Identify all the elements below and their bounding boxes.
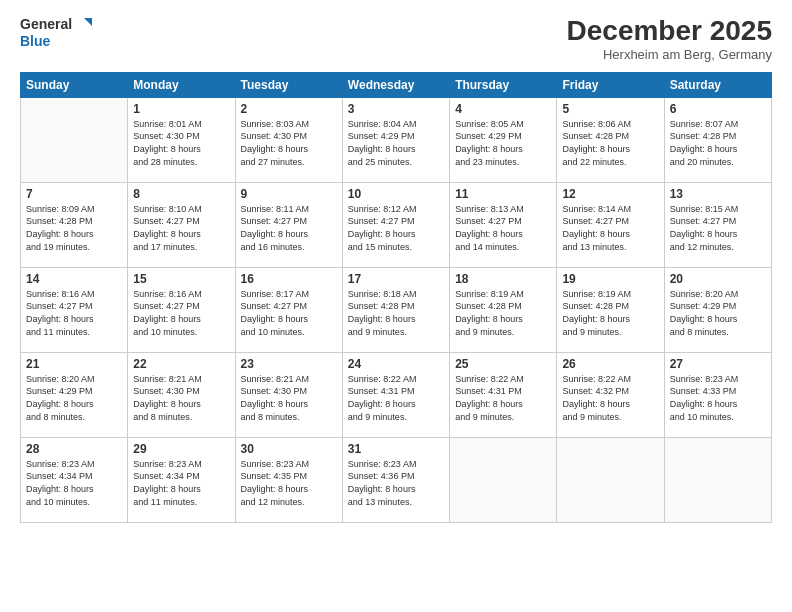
day-number: 3 <box>348 102 444 116</box>
calendar-cell-w2-d0: 14Sunrise: 8:16 AMSunset: 4:27 PMDayligh… <box>21 267 128 352</box>
calendar-cell-w2-d1: 15Sunrise: 8:16 AMSunset: 4:27 PMDayligh… <box>128 267 235 352</box>
logo-general: General <box>20 17 72 32</box>
day-info: Sunrise: 8:23 AMSunset: 4:36 PMDaylight:… <box>348 458 444 508</box>
day-number: 6 <box>670 102 766 116</box>
day-number: 24 <box>348 357 444 371</box>
day-info: Sunrise: 8:03 AMSunset: 4:30 PMDaylight:… <box>241 118 337 168</box>
day-info: Sunrise: 8:01 AMSunset: 4:30 PMDaylight:… <box>133 118 229 168</box>
day-number: 2 <box>241 102 337 116</box>
calendar-cell-w2-d2: 16Sunrise: 8:17 AMSunset: 4:27 PMDayligh… <box>235 267 342 352</box>
day-info: Sunrise: 8:21 AMSunset: 4:30 PMDaylight:… <box>241 373 337 423</box>
week-row-0: 1Sunrise: 8:01 AMSunset: 4:30 PMDaylight… <box>21 97 772 182</box>
day-info: Sunrise: 8:16 AMSunset: 4:27 PMDaylight:… <box>26 288 122 338</box>
day-info: Sunrise: 8:23 AMSunset: 4:34 PMDaylight:… <box>133 458 229 508</box>
day-info: Sunrise: 8:21 AMSunset: 4:30 PMDaylight:… <box>133 373 229 423</box>
calendar-cell-w0-d0 <box>21 97 128 182</box>
day-info: Sunrise: 8:13 AMSunset: 4:27 PMDaylight:… <box>455 203 551 253</box>
calendar-cell-w1-d0: 7Sunrise: 8:09 AMSunset: 4:28 PMDaylight… <box>21 182 128 267</box>
day-info: Sunrise: 8:23 AMSunset: 4:34 PMDaylight:… <box>26 458 122 508</box>
calendar-cell-w1-d2: 9Sunrise: 8:11 AMSunset: 4:27 PMDaylight… <box>235 182 342 267</box>
day-info: Sunrise: 8:22 AMSunset: 4:31 PMDaylight:… <box>348 373 444 423</box>
day-number: 4 <box>455 102 551 116</box>
calendar-cell-w3-d4: 25Sunrise: 8:22 AMSunset: 4:31 PMDayligh… <box>450 352 557 437</box>
week-row-1: 7Sunrise: 8:09 AMSunset: 4:28 PMDaylight… <box>21 182 772 267</box>
day-info: Sunrise: 8:19 AMSunset: 4:28 PMDaylight:… <box>455 288 551 338</box>
calendar-cell-w3-d0: 21Sunrise: 8:20 AMSunset: 4:29 PMDayligh… <box>21 352 128 437</box>
calendar-cell-w0-d6: 6Sunrise: 8:07 AMSunset: 4:28 PMDaylight… <box>664 97 771 182</box>
page: General Blue December 2025 Herxheim am B… <box>0 0 792 612</box>
day-info: Sunrise: 8:07 AMSunset: 4:28 PMDaylight:… <box>670 118 766 168</box>
day-number: 5 <box>562 102 658 116</box>
day-number: 10 <box>348 187 444 201</box>
weekday-header-monday: Monday <box>128 72 235 97</box>
day-number: 27 <box>670 357 766 371</box>
day-info: Sunrise: 8:11 AMSunset: 4:27 PMDaylight:… <box>241 203 337 253</box>
calendar-cell-w0-d2: 2Sunrise: 8:03 AMSunset: 4:30 PMDaylight… <box>235 97 342 182</box>
weekday-header-friday: Friday <box>557 72 664 97</box>
day-info: Sunrise: 8:23 AMSunset: 4:35 PMDaylight:… <box>241 458 337 508</box>
day-number: 14 <box>26 272 122 286</box>
calendar-cell-w1-d3: 10Sunrise: 8:12 AMSunset: 4:27 PMDayligh… <box>342 182 449 267</box>
day-number: 29 <box>133 442 229 456</box>
day-info: Sunrise: 8:17 AMSunset: 4:27 PMDaylight:… <box>241 288 337 338</box>
day-number: 15 <box>133 272 229 286</box>
day-info: Sunrise: 8:15 AMSunset: 4:27 PMDaylight:… <box>670 203 766 253</box>
week-row-3: 21Sunrise: 8:20 AMSunset: 4:29 PMDayligh… <box>21 352 772 437</box>
logo-bird-icon <box>74 16 92 34</box>
calendar-cell-w1-d4: 11Sunrise: 8:13 AMSunset: 4:27 PMDayligh… <box>450 182 557 267</box>
calendar-cell-w3-d6: 27Sunrise: 8:23 AMSunset: 4:33 PMDayligh… <box>664 352 771 437</box>
day-info: Sunrise: 8:16 AMSunset: 4:27 PMDaylight:… <box>133 288 229 338</box>
day-info: Sunrise: 8:06 AMSunset: 4:28 PMDaylight:… <box>562 118 658 168</box>
week-row-2: 14Sunrise: 8:16 AMSunset: 4:27 PMDayligh… <box>21 267 772 352</box>
day-info: Sunrise: 8:20 AMSunset: 4:29 PMDaylight:… <box>26 373 122 423</box>
day-number: 8 <box>133 187 229 201</box>
day-info: Sunrise: 8:22 AMSunset: 4:31 PMDaylight:… <box>455 373 551 423</box>
day-number: 7 <box>26 187 122 201</box>
weekday-header-tuesday: Tuesday <box>235 72 342 97</box>
calendar-cell-w2-d4: 18Sunrise: 8:19 AMSunset: 4:28 PMDayligh… <box>450 267 557 352</box>
logo: General Blue <box>20 16 92 49</box>
calendar-cell-w0-d5: 5Sunrise: 8:06 AMSunset: 4:28 PMDaylight… <box>557 97 664 182</box>
calendar-cell-w3-d3: 24Sunrise: 8:22 AMSunset: 4:31 PMDayligh… <box>342 352 449 437</box>
day-info: Sunrise: 8:12 AMSunset: 4:27 PMDaylight:… <box>348 203 444 253</box>
calendar-cell-w0-d1: 1Sunrise: 8:01 AMSunset: 4:30 PMDaylight… <box>128 97 235 182</box>
calendar-cell-w4-d2: 30Sunrise: 8:23 AMSunset: 4:35 PMDayligh… <box>235 437 342 522</box>
svg-marker-0 <box>84 18 92 26</box>
logo-blue: Blue <box>20 34 92 49</box>
calendar-cell-w1-d1: 8Sunrise: 8:10 AMSunset: 4:27 PMDaylight… <box>128 182 235 267</box>
calendar-cell-w2-d3: 17Sunrise: 8:18 AMSunset: 4:28 PMDayligh… <box>342 267 449 352</box>
calendar-cell-w3-d1: 22Sunrise: 8:21 AMSunset: 4:30 PMDayligh… <box>128 352 235 437</box>
day-info: Sunrise: 8:04 AMSunset: 4:29 PMDaylight:… <box>348 118 444 168</box>
day-number: 30 <box>241 442 337 456</box>
calendar-cell-w0-d4: 4Sunrise: 8:05 AMSunset: 4:29 PMDaylight… <box>450 97 557 182</box>
day-number: 22 <box>133 357 229 371</box>
header: General Blue December 2025 Herxheim am B… <box>20 16 772 62</box>
day-info: Sunrise: 8:14 AMSunset: 4:27 PMDaylight:… <box>562 203 658 253</box>
calendar-cell-w4-d4 <box>450 437 557 522</box>
calendar-cell-w4-d3: 31Sunrise: 8:23 AMSunset: 4:36 PMDayligh… <box>342 437 449 522</box>
day-info: Sunrise: 8:19 AMSunset: 4:28 PMDaylight:… <box>562 288 658 338</box>
day-info: Sunrise: 8:10 AMSunset: 4:27 PMDaylight:… <box>133 203 229 253</box>
weekday-header-saturday: Saturday <box>664 72 771 97</box>
calendar-cell-w4-d6 <box>664 437 771 522</box>
day-number: 26 <box>562 357 658 371</box>
calendar-cell-w1-d6: 13Sunrise: 8:15 AMSunset: 4:27 PMDayligh… <box>664 182 771 267</box>
day-info: Sunrise: 8:09 AMSunset: 4:28 PMDaylight:… <box>26 203 122 253</box>
calendar-cell-w4-d5 <box>557 437 664 522</box>
calendar-cell-w0-d3: 3Sunrise: 8:04 AMSunset: 4:29 PMDaylight… <box>342 97 449 182</box>
calendar-cell-w2-d5: 19Sunrise: 8:19 AMSunset: 4:28 PMDayligh… <box>557 267 664 352</box>
weekday-header-sunday: Sunday <box>21 72 128 97</box>
day-number: 20 <box>670 272 766 286</box>
calendar-cell-w1-d5: 12Sunrise: 8:14 AMSunset: 4:27 PMDayligh… <box>557 182 664 267</box>
month-title: December 2025 <box>567 16 772 47</box>
weekday-header-row: SundayMondayTuesdayWednesdayThursdayFrid… <box>21 72 772 97</box>
day-number: 1 <box>133 102 229 116</box>
day-number: 9 <box>241 187 337 201</box>
weekday-header-thursday: Thursday <box>450 72 557 97</box>
calendar-cell-w2-d6: 20Sunrise: 8:20 AMSunset: 4:29 PMDayligh… <box>664 267 771 352</box>
day-info: Sunrise: 8:05 AMSunset: 4:29 PMDaylight:… <box>455 118 551 168</box>
day-number: 18 <box>455 272 551 286</box>
day-number: 12 <box>562 187 658 201</box>
day-info: Sunrise: 8:22 AMSunset: 4:32 PMDaylight:… <box>562 373 658 423</box>
day-info: Sunrise: 8:18 AMSunset: 4:28 PMDaylight:… <box>348 288 444 338</box>
